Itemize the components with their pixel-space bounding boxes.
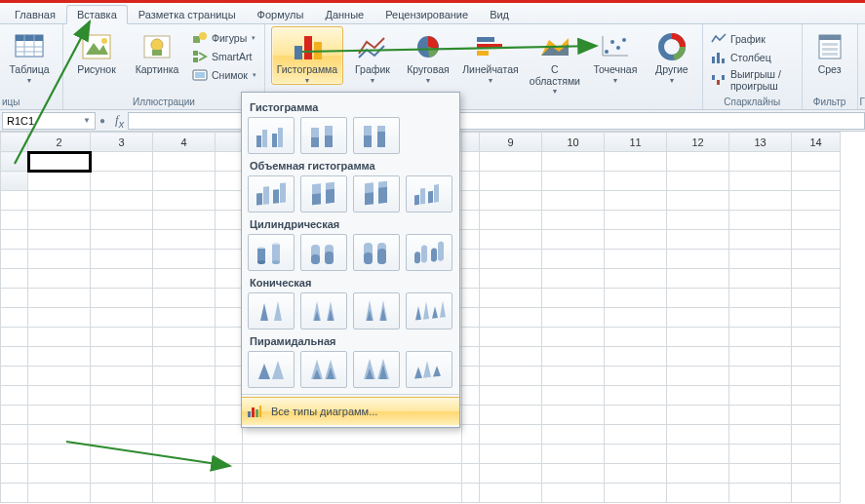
- sparkline-column-button[interactable]: Столбец: [709, 49, 796, 66]
- svg-rect-41: [819, 35, 841, 40]
- chart-cyl-100stacked[interactable]: [353, 234, 400, 271]
- chart-pyr-100stacked[interactable]: [353, 351, 400, 388]
- slicer-icon: [814, 31, 845, 62]
- chart-cyl-3d[interactable]: [406, 234, 452, 271]
- scatter-chart-button[interactable]: Точечная ▼: [589, 26, 642, 85]
- all-charts-icon: [246, 403, 263, 420]
- group-filter-label: Фильтр: [813, 97, 846, 109]
- slicer-button[interactable]: Срез: [808, 26, 851, 77]
- clipart-button[interactable]: Картинка: [130, 26, 184, 77]
- svg-rect-89: [431, 248, 437, 262]
- svg-point-78: [272, 260, 280, 264]
- screenshot-button[interactable]: Снимок▾: [190, 66, 258, 84]
- formula-input[interactable]: [128, 112, 865, 130]
- section-title: Гистограмма: [250, 101, 453, 113]
- tab-data[interactable]: Данные: [314, 5, 374, 23]
- table-button[interactable]: Таблица ▼: [2, 26, 57, 85]
- svg-point-75: [257, 260, 265, 264]
- svg-marker-115: [414, 367, 422, 379]
- svg-point-8: [101, 38, 107, 44]
- chart-stacked-column[interactable]: [300, 117, 347, 154]
- chart-cone-clustered[interactable]: [248, 292, 295, 330]
- svg-rect-43: [822, 48, 838, 51]
- all-chart-types-button[interactable]: Все типы диаграмм...: [242, 397, 459, 425]
- svg-rect-23: [477, 44, 502, 49]
- sparkline-column-icon: [711, 50, 727, 65]
- chart-cone-3d[interactable]: [406, 292, 452, 330]
- svg-marker-103: [432, 306, 438, 319]
- svg-rect-66: [365, 192, 374, 205]
- line-chart-button[interactable]: График ▼: [349, 26, 396, 85]
- column-chart-icon: [292, 31, 323, 62]
- line-chart-icon: [357, 31, 388, 62]
- svg-rect-18: [295, 46, 302, 59]
- histogram-button[interactable]: Гистограмма ▼: [271, 26, 343, 85]
- svg-rect-90: [438, 241, 444, 261]
- svg-marker-102: [423, 301, 429, 320]
- svg-marker-92: [274, 301, 282, 321]
- svg-rect-15: [193, 58, 198, 62]
- chart-pyr-stacked[interactable]: [300, 351, 347, 388]
- tab-view[interactable]: Вид: [479, 5, 520, 23]
- svg-rect-42: [822, 43, 838, 46]
- tab-layout[interactable]: Разметка страницы: [128, 5, 247, 23]
- sparkline-line-button[interactable]: График: [709, 30, 796, 48]
- svg-marker-91: [260, 303, 268, 321]
- svg-rect-39: [722, 75, 725, 80]
- chevron-down-icon: ▼: [303, 77, 310, 84]
- svg-rect-12: [193, 36, 200, 43]
- chart-pyr-3d[interactable]: [406, 351, 452, 388]
- tab-insert[interactable]: Вставка: [66, 5, 128, 24]
- screenshot-icon: [192, 67, 208, 83]
- chart-3d-100stacked[interactable]: [353, 175, 400, 213]
- chart-clustered-column[interactable]: [248, 117, 295, 154]
- svg-marker-106: [272, 361, 284, 379]
- pie-chart-button[interactable]: Круговая ▼: [402, 26, 454, 85]
- chart-3d-column[interactable]: [406, 175, 452, 213]
- bar-chart-button[interactable]: Линейчатая ▼: [460, 26, 521, 85]
- svg-rect-56: [377, 132, 385, 147]
- svg-rect-20: [314, 42, 322, 59]
- chart-pyr-clustered[interactable]: [248, 351, 295, 388]
- svg-rect-119: [252, 407, 255, 417]
- chart-cyl-clustered[interactable]: [248, 234, 295, 271]
- svg-rect-54: [364, 136, 372, 147]
- sparkline-winloss-button[interactable]: Выигрыш / проигрыш: [709, 67, 796, 93]
- svg-rect-44: [822, 53, 838, 56]
- chart-3d-clustered[interactable]: [248, 175, 295, 213]
- chart-cone-stacked[interactable]: [300, 292, 347, 330]
- active-cell[interactable]: [28, 152, 91, 172]
- svg-rect-14: [193, 51, 198, 56]
- chart-cyl-stacked[interactable]: [300, 234, 347, 271]
- svg-rect-22: [477, 37, 494, 42]
- smartart-button[interactable]: SmartArt: [190, 48, 258, 65]
- group-tables-label: ицы: [2, 97, 20, 109]
- tab-formulas[interactable]: Формулы: [247, 5, 315, 23]
- svg-rect-88: [421, 245, 427, 263]
- scatter-chart-icon: [600, 31, 631, 62]
- sparkline-line-icon: [711, 31, 727, 47]
- svg-rect-57: [256, 193, 262, 206]
- picture-button[interactable]: Рисунок: [69, 26, 124, 77]
- chart-cone-100stacked[interactable]: [353, 292, 400, 330]
- chart-3d-stacked[interactable]: [300, 175, 347, 213]
- svg-marker-117: [433, 366, 441, 377]
- chart-100stacked-column[interactable]: [353, 117, 400, 154]
- svg-rect-24: [477, 51, 489, 56]
- svg-point-10: [151, 39, 163, 51]
- svg-rect-34: [712, 57, 715, 63]
- svg-rect-52: [325, 136, 333, 147]
- area-chart-button[interactable]: С областями ▼: [527, 26, 583, 96]
- ribbon-tabs: Главная Вставка Разметка страницы Формул…: [0, 3, 865, 24]
- svg-rect-84: [364, 252, 373, 264]
- tab-review[interactable]: Рецензирование: [374, 5, 479, 23]
- name-box[interactable]: R1C1 ▼: [2, 112, 96, 130]
- svg-point-13: [199, 32, 207, 40]
- tab-home[interactable]: Главная: [4, 5, 66, 23]
- other-charts-button[interactable]: Другие ▼: [648, 26, 696, 85]
- svg-rect-70: [420, 188, 425, 205]
- shapes-icon: [192, 30, 208, 46]
- shapes-button[interactable]: Фигуры▾: [190, 29, 258, 47]
- group-sparklines-label: Спарклайны: [724, 97, 780, 109]
- svg-marker-116: [423, 361, 431, 378]
